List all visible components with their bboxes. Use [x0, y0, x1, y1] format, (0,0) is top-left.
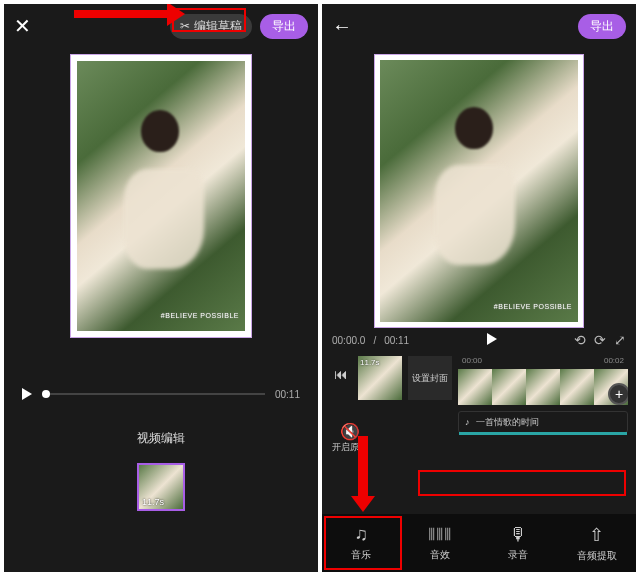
extract-icon: ⇧: [589, 524, 604, 546]
clip-thumbnail-row: 11.7s: [4, 463, 318, 511]
progress-track[interactable]: [42, 393, 265, 395]
tab-record[interactable]: 🎙 录音: [479, 514, 558, 572]
export-button-left[interactable]: 导出: [260, 14, 308, 39]
export-button-right[interactable]: 导出: [578, 14, 626, 39]
redo-icon[interactable]: ⟳: [594, 332, 606, 348]
tick-label-b: 00:02: [604, 356, 624, 365]
left-topbar: ✕ ✂ 编辑草稿 导出: [4, 4, 318, 48]
mute-toggle[interactable]: 🔇 开启原声: [332, 422, 368, 454]
clip-duration-label: 11.7s: [142, 497, 164, 507]
music-note-icon: ♪: [465, 417, 470, 427]
video-preview-card: #BELIEVE POSSIBLE: [70, 54, 252, 338]
video-preview-image-right: #BELIEVE POSSIBLE: [380, 60, 578, 322]
soundwave-icon: ⦀⦀⦀: [428, 524, 452, 545]
bottom-tab-bar: ♫ 音乐 ⦀⦀⦀ 音效 🎙 录音 ⇧ 音频提取: [322, 514, 636, 572]
clip-track[interactable]: +: [458, 369, 628, 405]
playback-row: 00:11: [4, 388, 318, 400]
timeline-strip: ⏮ 11.7s 设置封面 00:00 00:02 + ♪ 一首情歌的时间: [322, 352, 636, 436]
section-title: 视频编辑: [4, 430, 318, 447]
duration-label: 00:11: [275, 389, 300, 400]
right-topbar: ← 导出: [322, 4, 636, 48]
timeline-area[interactable]: 00:00 00:02 + ♪ 一首情歌的时间: [458, 356, 628, 436]
watermark-text-right: #BELIEVE POSSIBLE: [494, 303, 572, 310]
watermark-text: #BELIEVE POSSIBLE: [161, 312, 239, 319]
play-icon-right[interactable]: [487, 333, 497, 345]
video-preview-image: #BELIEVE POSSIBLE: [77, 61, 245, 331]
left-panel: ✕ ✂ 编辑草稿 导出 #BELIEVE POSSIBLE 00:11 视频编辑…: [4, 4, 318, 572]
fullscreen-icon[interactable]: ⤢: [614, 332, 626, 348]
play-icon[interactable]: [22, 388, 32, 400]
tick-label-a: 00:00: [462, 356, 482, 365]
progress-knob[interactable]: [42, 390, 50, 398]
right-panel: ← 导出 #BELIEVE POSSIBLE 00:00.0 / 00:11 ⟲…: [322, 4, 636, 572]
mini-clip-duration: 11.7s: [360, 358, 380, 367]
music-icon: ♫: [355, 524, 369, 545]
mute-label: 开启原声: [332, 442, 368, 452]
speaker-off-icon: 🔇: [332, 422, 368, 441]
clip-thumbnail[interactable]: 11.7s: [137, 463, 185, 511]
microphone-icon: 🎙: [509, 524, 527, 545]
time-controls-row: 00:00.0 / 00:11 ⟲ ⟳ ⤢: [322, 328, 636, 352]
tab-extract[interactable]: ⇧ 音频提取: [558, 514, 637, 572]
add-clip-button[interactable]: +: [608, 383, 628, 405]
clip-mini-thumb[interactable]: 11.7s: [358, 356, 402, 400]
audio-track[interactable]: ♪ 一首情歌的时间: [458, 411, 628, 433]
video-preview-card-right: #BELIEVE POSSIBLE: [374, 54, 584, 328]
audio-track-label: 一首情歌的时间: [476, 416, 539, 429]
undo-icon[interactable]: ⟲: [574, 332, 586, 348]
time-total: 00:11: [384, 335, 409, 346]
tab-record-label: 录音: [508, 548, 528, 562]
tab-sfx[interactable]: ⦀⦀⦀ 音效: [401, 514, 480, 572]
set-cover-button[interactable]: 设置封面: [408, 356, 452, 400]
tab-music[interactable]: ♫ 音乐: [322, 514, 401, 572]
time-current: 00:00.0: [332, 335, 365, 346]
tab-extract-label: 音频提取: [577, 549, 617, 563]
tab-sfx-label: 音效: [430, 548, 450, 562]
annotation-highlight-draft: [172, 8, 246, 32]
close-icon[interactable]: ✕: [14, 14, 31, 38]
skip-start-icon[interactable]: ⏮: [330, 356, 352, 382]
set-cover-label: 设置封面: [408, 356, 452, 400]
tab-music-label: 音乐: [351, 548, 371, 562]
back-icon[interactable]: ←: [332, 15, 352, 38]
annotation-highlight-audio: [418, 470, 626, 496]
